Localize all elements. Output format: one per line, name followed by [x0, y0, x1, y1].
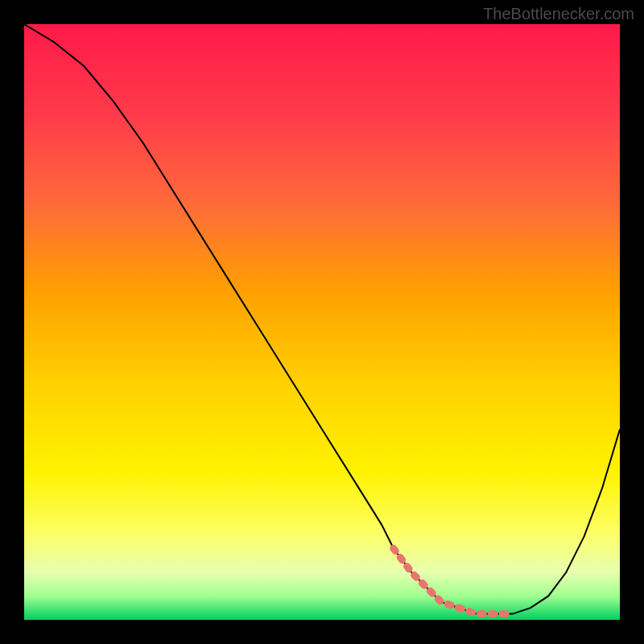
curve-svg — [24, 24, 620, 620]
watermark-text: TheBottlenecker.com — [483, 5, 634, 23]
curve-line — [24, 24, 620, 614]
highlight-segment — [394, 548, 513, 613]
chart-container — [24, 24, 620, 620]
